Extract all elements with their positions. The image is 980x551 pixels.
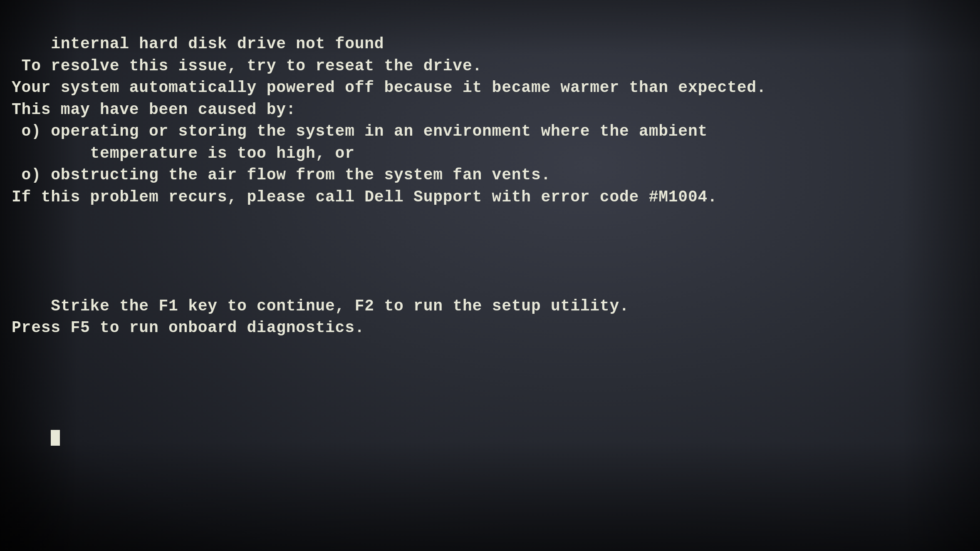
error-message-block: internal hard disk drive not found To re… (12, 12, 980, 470)
line-5: o) operating or storing the system in an… (12, 122, 708, 140)
line-10: Press F5 to run onboard diagnostics. (12, 319, 364, 337)
line-9: Strike the F1 key to continue, F2 to run… (51, 297, 629, 315)
line-2: To resolve this issue, try to reseat the… (12, 57, 482, 75)
bios-screen: internal hard disk drive not found To re… (0, 0, 980, 551)
line-4: This may have been caused by: (12, 101, 296, 119)
line-1: internal hard disk drive not found (51, 35, 384, 53)
line-7: o) obstructing the air flow from the sys… (12, 166, 551, 184)
line-3: Your system automatically powered off be… (12, 79, 766, 97)
line-8: If this problem recurs, please call Dell… (12, 188, 718, 206)
cursor-blink (51, 430, 60, 446)
line-6: temperature is too high, or (12, 144, 355, 162)
